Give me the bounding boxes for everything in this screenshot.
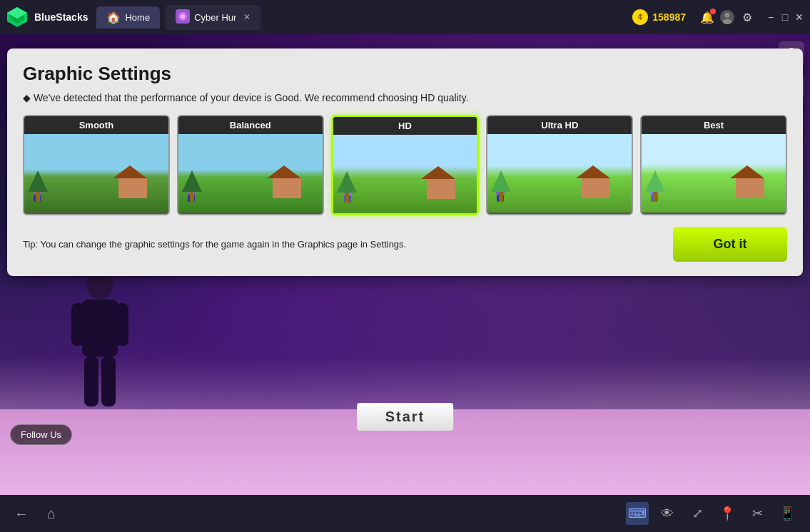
close-button[interactable]: ✕ bbox=[794, 12, 804, 22]
smooth-preview bbox=[24, 134, 168, 213]
bottom-right-icons: ⌨ 👁 ⤢ 📍 ✂ 📱 bbox=[626, 502, 799, 525]
svg-point-5 bbox=[181, 14, 185, 19]
quality-option-balanced[interactable]: Balanced bbox=[177, 115, 324, 215]
svg-point-7 bbox=[724, 13, 729, 18]
coin-icon: ¢ bbox=[632, 9, 648, 25]
app-name-label: BlueStacks bbox=[34, 11, 88, 23]
svg-rect-19 bbox=[84, 357, 98, 406]
best-preview bbox=[642, 134, 786, 213]
quality-option-smooth[interactable]: Smooth bbox=[23, 115, 170, 215]
game-area: Start Follow Us Graphic Settings ◆ We've… bbox=[0, 34, 810, 495]
window-controls: − □ ✕ bbox=[766, 12, 804, 22]
graphic-settings-modal: Graphic Settings ◆ We've detected that t… bbox=[7, 48, 803, 276]
got-it-button[interactable]: Got it bbox=[673, 227, 787, 262]
quality-option-best[interactable]: Best bbox=[640, 115, 787, 215]
scene-tree-hd bbox=[337, 171, 357, 203]
scene-house-hd bbox=[420, 163, 462, 199]
user-avatar-icon[interactable] bbox=[720, 10, 734, 24]
tip-text: Tip: You can change the graphic settings… bbox=[23, 239, 664, 250]
fullscreen-icon[interactable]: ⤢ bbox=[686, 502, 709, 525]
quality-option-hd[interactable]: HD bbox=[331, 115, 480, 215]
back-button[interactable]: ← bbox=[11, 503, 31, 523]
diamond-icon: ◆ bbox=[23, 92, 31, 103]
game-tab-icon bbox=[176, 9, 190, 26]
modal-title: Graphic Settings bbox=[23, 63, 787, 85]
scene-tree-smooth bbox=[28, 170, 48, 202]
svg-rect-17 bbox=[71, 303, 84, 346]
scene-house-smooth bbox=[111, 163, 154, 198]
notification-bell-icon[interactable]: 🔔 bbox=[700, 10, 714, 24]
scene-tree-balanced bbox=[182, 170, 202, 202]
start-area: Start bbox=[357, 403, 454, 431]
scene-house-ultra bbox=[574, 163, 617, 198]
maximize-button[interactable]: □ bbox=[780, 12, 790, 22]
home-button[interactable]: ⌂ bbox=[41, 503, 61, 523]
follow-us-button[interactable]: Follow Us bbox=[10, 424, 72, 445]
quality-option-ultra-hd[interactable]: Ultra HD bbox=[486, 115, 633, 215]
coin-display: ¢ 158987 bbox=[632, 9, 686, 25]
quality-options-row: Smooth bbox=[23, 115, 787, 215]
ultra-hd-preview bbox=[487, 134, 632, 213]
bottom-nav-icons: ← ⌂ bbox=[11, 503, 61, 523]
bluestacks-logo-icon bbox=[6, 6, 29, 29]
tab-game[interactable]: Cyber Hur ✕ bbox=[166, 5, 260, 30]
eye-icon[interactable]: 👁 bbox=[656, 502, 679, 525]
svg-point-8 bbox=[723, 19, 732, 24]
game-tab-label: Cyber Hur bbox=[194, 12, 236, 23]
hd-label: HD bbox=[333, 117, 477, 135]
smooth-label: Smooth bbox=[24, 116, 168, 134]
home-tab-icon: 🏠 bbox=[106, 11, 121, 24]
keyboard-icon[interactable]: ⌨ bbox=[626, 502, 649, 525]
minimize-button[interactable]: − bbox=[766, 12, 776, 22]
scene-tree-best bbox=[645, 170, 665, 202]
bottombar: ← ⌂ ⌨ 👁 ⤢ 📍 ✂ 📱 bbox=[0, 495, 810, 532]
svg-rect-16 bbox=[82, 300, 118, 357]
scene-house-balanced bbox=[265, 163, 308, 198]
modal-subtitle: ◆ We've detected that the performance of… bbox=[23, 92, 787, 103]
home-tab-label: Home bbox=[125, 12, 150, 23]
balanced-preview bbox=[178, 134, 323, 213]
subtitle-text: We've detected that the performance of y… bbox=[34, 92, 469, 103]
coin-value: 158987 bbox=[652, 11, 686, 23]
settings-gear-icon[interactable]: ⚙ bbox=[740, 10, 754, 24]
scene-tree-ultra bbox=[491, 170, 511, 202]
tab-home[interactable]: 🏠 Home bbox=[96, 6, 160, 29]
svg-rect-20 bbox=[101, 357, 116, 406]
game-character bbox=[57, 267, 143, 424]
ultra-hd-label: Ultra HD bbox=[487, 116, 632, 134]
titlebar: BlueStacks 🏠 Home Cyber Hur ✕ ¢ 158987 🔔 bbox=[0, 0, 810, 34]
start-button[interactable]: Start bbox=[357, 403, 454, 431]
scene-house-best bbox=[729, 163, 771, 198]
hd-preview bbox=[333, 135, 477, 213]
scissors-icon[interactable]: ✂ bbox=[746, 502, 769, 525]
svg-rect-18 bbox=[116, 303, 128, 346]
balanced-label: Balanced bbox=[178, 116, 323, 134]
location-icon[interactable]: 📍 bbox=[716, 502, 739, 525]
best-label: Best bbox=[642, 116, 786, 134]
tab-close-icon[interactable]: ✕ bbox=[243, 12, 250, 22]
tip-row: Tip: You can change the graphic settings… bbox=[23, 227, 787, 262]
phone-icon[interactable]: 📱 bbox=[776, 502, 799, 525]
